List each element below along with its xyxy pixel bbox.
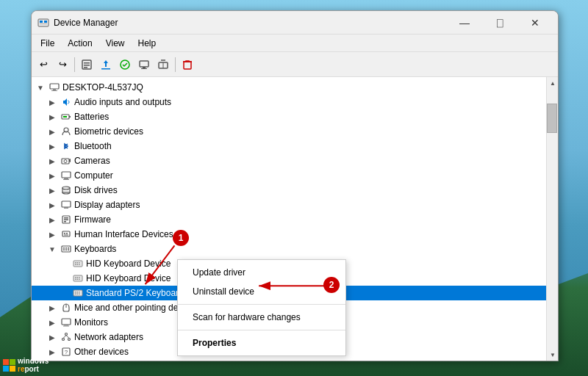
svg-rect-66 — [77, 294, 79, 295]
windows-logo-grid — [3, 359, 15, 372]
svg-rect-65 — [75, 294, 76, 295]
svg-rect-15 — [53, 89, 56, 90]
svg-rect-8 — [101, 68, 110, 70]
svg-rect-54 — [74, 275, 82, 281]
brand-logo: windows report — [3, 357, 49, 373]
forward-button[interactable]: ↪ — [54, 56, 71, 73]
tree-root[interactable]: ▼ DESKTOP-4L537JQ — [32, 80, 546, 95]
svg-rect-3 — [40, 24, 47, 24]
ctx-scan[interactable]: Scan for hardware changes — [178, 308, 345, 327]
computer-cat-icon — [60, 170, 72, 181]
svg-rect-2 — [44, 21, 47, 23]
svg-rect-11 — [143, 67, 146, 68]
toolbar: ↩ ↪ — [32, 52, 558, 77]
svg-rect-38 — [66, 233, 68, 234]
ctx-properties[interactable]: Properties — [178, 333, 345, 352]
display-icon — [60, 199, 72, 211]
network-expand[interactable]: ▶ — [46, 331, 58, 343]
menu-file[interactable]: File — [35, 37, 60, 50]
logo-green — [10, 359, 15, 365]
svg-rect-56 — [77, 277, 79, 278]
other-expand[interactable]: ▶ — [46, 346, 58, 358]
svg-rect-31 — [64, 207, 68, 209]
svg-rect-57 — [79, 277, 80, 278]
computer-expand[interactable]: ▶ — [46, 170, 58, 181]
hid-kbd-1-icon — [72, 258, 84, 270]
mice-expand[interactable]: ▶ — [46, 302, 58, 314]
tree-item-batteries[interactable]: ▶ Batteries — [32, 109, 546, 124]
disk-expand[interactable]: ▶ — [46, 184, 58, 196]
menu-help[interactable]: Help — [132, 37, 162, 50]
tree-item-bluetooth[interactable]: ▶ Bluetooth — [32, 139, 546, 153]
audio-expand[interactable]: ▶ — [46, 96, 58, 108]
biometric-expand[interactable]: ▶ — [46, 126, 58, 137]
tree-item-firmware[interactable]: ▶ Firmware — [32, 212, 546, 227]
enable-button[interactable] — [116, 56, 134, 73]
keyboards-expand[interactable]: ▼ — [46, 243, 58, 255]
svg-rect-46 — [68, 250, 69, 251]
root-expand[interactable]: ▼ — [35, 82, 46, 93]
svg-rect-67 — [79, 294, 80, 295]
tree-item-audio[interactable]: ▶ Audio inputs and outputs — [32, 95, 546, 109]
tree-item-hid[interactable]: ▶ Human Interface Devices — [32, 227, 546, 242]
audio-label: Audio inputs and outputs — [74, 97, 171, 107]
display-expand[interactable]: ▶ — [46, 199, 58, 211]
svg-point-74 — [68, 339, 71, 341]
svg-rect-64 — [79, 292, 80, 293]
tree-item-portable[interactable]: ▶ Portable Devices — [32, 359, 546, 361]
svg-rect-33 — [64, 217, 68, 219]
title-bar: Device Manager — ⎕ ✕ — [32, 11, 558, 35]
ctx-divider-1 — [178, 304, 345, 305]
maximize-button[interactable]: ⎕ — [483, 12, 517, 34]
tree-item-keyboards[interactable]: ▼ Keyboards — [32, 242, 546, 256]
monitors-expand[interactable]: ▶ — [46, 317, 58, 328]
monitors-icon — [60, 317, 72, 328]
toolbar-separator-1 — [74, 57, 75, 72]
firmware-label: Firmware — [74, 214, 111, 225]
properties-button[interactable] — [78, 56, 96, 73]
ctx-update-driver[interactable]: Update driver — [178, 263, 345, 282]
close-button[interactable]: ✕ — [518, 12, 552, 34]
scan-icon-btn[interactable] — [154, 56, 172, 73]
menu-action[interactable]: Action — [62, 37, 98, 50]
scroll-down-button[interactable]: ▼ — [547, 349, 558, 361]
svg-rect-60 — [79, 279, 80, 281]
ctx-uninstall[interactable]: Uninstall device — [178, 282, 345, 301]
svg-point-23 — [64, 160, 67, 163]
minimize-button[interactable]: — — [448, 12, 481, 34]
hid-expand[interactable]: ▶ — [46, 228, 58, 240]
svg-rect-41 — [63, 247, 65, 249]
scroll-thumb[interactable] — [547, 104, 557, 133]
hid-kbd-2-label: HID Keyboard Device — [86, 273, 171, 283]
scrollbar[interactable]: ▲ ▼ — [546, 77, 558, 361]
title-bar-controls: — ⎕ ✕ — [448, 12, 552, 34]
cameras-expand[interactable]: ▶ — [46, 155, 58, 167]
tree-item-display[interactable]: ▶ Display adapters — [32, 198, 546, 212]
tree-item-computer[interactable]: ▶ Computer — [32, 168, 546, 183]
svg-rect-50 — [79, 262, 80, 264]
bluetooth-expand[interactable]: ▶ — [46, 140, 58, 152]
tree-item-biometric[interactable]: ▶ Biometric devices — [32, 124, 546, 139]
menu-bar: File Action View Help — [32, 35, 558, 52]
scroll-up-button[interactable]: ▲ — [547, 77, 558, 89]
computer-icon-btn[interactable] — [135, 56, 153, 73]
tree-item-cameras[interactable]: ▶ Cameras — [32, 153, 546, 168]
menu-view[interactable]: View — [100, 37, 131, 50]
back-button[interactable]: ↩ — [35, 56, 52, 73]
update-driver-button[interactable] — [97, 56, 115, 73]
scroll-track[interactable] — [547, 89, 558, 349]
bluetooth-icon — [60, 140, 72, 152]
svg-rect-53 — [79, 264, 80, 266]
ps2-kbd-expand — [58, 287, 70, 299]
firmware-expand[interactable]: ▶ — [46, 214, 58, 225]
svg-rect-48 — [75, 262, 76, 264]
tree-item-disk[interactable]: ▶ Disk drives — [32, 183, 546, 198]
delete-button[interactable] — [179, 56, 196, 73]
batteries-expand[interactable]: ▶ — [46, 111, 58, 123]
svg-rect-39 — [64, 235, 68, 236]
logo-yellow — [10, 366, 15, 372]
svg-rect-69 — [62, 319, 71, 325]
monitors-label: Monitors — [74, 317, 108, 328]
svg-rect-44 — [63, 250, 65, 251]
hid-kbd-2-icon — [72, 272, 84, 284]
